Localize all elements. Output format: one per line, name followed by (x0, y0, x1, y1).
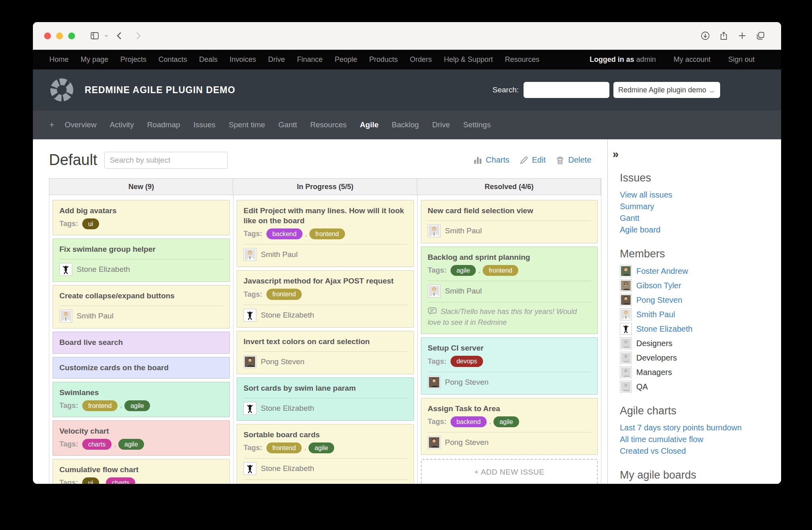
issue-card[interactable]: Backlog and sprint planningTags:agile,fr… (421, 247, 598, 334)
toolbar-chevron-down-icon[interactable] (104, 33, 109, 38)
tab-backlog[interactable]: Backlog (392, 120, 419, 129)
edit-action[interactable]: Edit (519, 155, 546, 165)
forward-button[interactable] (133, 31, 143, 41)
sidebar-link-gantt[interactable]: Gantt (620, 212, 773, 224)
add-new-issue-button[interactable]: + ADD NEW ISSUE (421, 459, 598, 484)
tab-activity[interactable]: Activity (110, 120, 134, 129)
tag-frontend[interactable]: frontend (266, 442, 302, 453)
issue-card[interactable]: Customize cards on the board (53, 357, 230, 379)
minimize-window-button[interactable] (56, 33, 63, 39)
sidebar-collapse-icon[interactable]: » (613, 148, 619, 160)
issue-card[interactable]: New card field selection viewSmith Paul (421, 200, 598, 243)
tab-roadmap[interactable]: Roadmap (147, 120, 180, 129)
menu-item-resources[interactable]: Resources (505, 55, 539, 64)
member-name-gibson-tyler[interactable]: Gibson Tyler (636, 281, 681, 290)
sidebar-link-all-time-cumulative-flow[interactable]: All time cumulative flow (620, 434, 773, 445)
global-search-input[interactable] (524, 82, 609, 98)
tab-overview-icon[interactable] (756, 31, 765, 41)
issue-card[interactable]: Assign Task to AreaTags:backend,agilePon… (421, 398, 598, 455)
menu-item-drive[interactable]: Drive (268, 55, 285, 64)
tag-frontend[interactable]: frontend (266, 289, 302, 300)
assignee-name[interactable]: Pong Steven (445, 438, 489, 447)
board-search-input[interactable] (104, 152, 228, 169)
tab-agile[interactable]: Agile (360, 120, 378, 129)
tab-gantt[interactable]: Gantt (278, 120, 297, 129)
issue-card[interactable]: Sortable board cardsTags:frontend,agileS… (237, 424, 414, 484)
tag-frontend[interactable]: frontend (483, 265, 518, 276)
share-icon[interactable] (719, 31, 729, 41)
sidebar-toggle-icon[interactable] (90, 31, 99, 41)
charts-action[interactable]: Charts (473, 155, 510, 165)
tag-agile[interactable]: agile (118, 439, 144, 450)
issue-card[interactable]: Create collapse/expand buttonsSmith Paul (53, 285, 230, 328)
tab-resources[interactable]: Resources (310, 120, 347, 129)
menu-item-contacts[interactable]: Contacts (158, 55, 187, 64)
assignee-name[interactable]: Stone Elizabeth (261, 464, 314, 473)
downloads-icon[interactable] (700, 31, 710, 41)
tag-charts[interactable]: charts (82, 439, 112, 450)
zoom-window-button[interactable] (68, 33, 75, 39)
issue-card[interactable]: Add big avatarsTags:ui (53, 200, 230, 235)
tag-agile[interactable]: agile (493, 416, 519, 427)
tag-charts[interactable]: charts (106, 477, 136, 484)
tag-ui[interactable]: ui (82, 218, 99, 229)
tag-agile[interactable]: agile (451, 265, 476, 276)
menu-item-invoices[interactable]: Invoices (229, 55, 256, 64)
close-window-button[interactable] (44, 33, 51, 39)
sidebar-link-agile-board[interactable]: Agile board (620, 224, 773, 236)
tag-devops[interactable]: devops (451, 356, 483, 367)
tag-backend[interactable]: backend (451, 416, 487, 427)
tag-backend[interactable]: backend (266, 228, 303, 239)
sidebar-link-last-7-days-story-points-burndown[interactable]: Last 7 days story points burndown (620, 422, 773, 434)
assignee-name[interactable]: Smith Paul (445, 226, 482, 235)
tag-frontend[interactable]: frontend (309, 228, 345, 239)
member-name-stone-elizabeth[interactable]: Stone Elizabeth (636, 324, 692, 334)
issue-card[interactable]: Edit Project with many lines. How will i… (237, 200, 414, 267)
menu-item-home[interactable]: Home (49, 55, 69, 64)
sidebar-link-view-all-issues[interactable]: View all issues (620, 189, 773, 201)
assignee-name[interactable]: Smith Paul (77, 312, 114, 320)
issue-card[interactable]: SwimlanesTags:frontend,agile (53, 382, 230, 417)
issue-card[interactable]: Setup CI serverTags:devopsPong Steven (421, 337, 598, 394)
tab-spent-time[interactable]: Spent time (229, 120, 265, 129)
sidebar-link-created-vs-closed[interactable]: Created vs Closed (620, 445, 773, 457)
sidebar-link-summary[interactable]: Summary (620, 201, 773, 212)
back-button[interactable] (115, 31, 124, 41)
issue-card[interactable]: Velocity chartTags:charts,agile (53, 420, 230, 456)
tag-agile[interactable]: agile (124, 400, 150, 411)
member-name-foster-andrew[interactable]: Foster Andrew (636, 267, 688, 276)
tag-agile[interactable]: agile (309, 442, 334, 453)
assignee-name[interactable]: Stone Elizabeth (261, 404, 314, 413)
delete-action[interactable]: Delete (555, 155, 591, 165)
issue-card[interactable]: Board live search (53, 332, 230, 353)
tag-ui[interactable]: ui (82, 477, 99, 484)
assignee-name[interactable]: Stone Elizabeth (77, 265, 130, 274)
assignee-name[interactable]: Pong Steven (445, 378, 489, 387)
new-tab-icon[interactable] (737, 31, 747, 41)
tab-settings[interactable]: Settings (463, 120, 491, 129)
member-name-smith-paul[interactable]: Smith Paul (636, 310, 675, 319)
tab-drive[interactable]: Drive (432, 120, 450, 129)
menu-item-products[interactable]: Products (369, 55, 398, 64)
assignee-name[interactable]: Smith Paul (261, 250, 298, 259)
add-tab-button[interactable]: + (49, 120, 54, 130)
issue-card[interactable]: Fix swimlane group helperStone Elizabeth (53, 238, 230, 282)
tab-overview[interactable]: Overview (65, 120, 96, 129)
tag-frontend[interactable]: frontend (82, 400, 118, 411)
menu-item-help-support[interactable]: Help & Support (444, 55, 493, 64)
menu-item-deals[interactable]: Deals (199, 55, 217, 64)
tab-issues[interactable]: Issues (193, 120, 215, 129)
menu-item-finance[interactable]: Finance (297, 55, 323, 64)
menu-item-my-page[interactable]: My page (81, 55, 108, 64)
menu-item-orders[interactable]: Orders (410, 55, 432, 64)
assignee-name[interactable]: Pong Steven (261, 357, 304, 366)
assignee-name[interactable]: Smith Paul (445, 287, 482, 296)
member-name-pong-steven[interactable]: Pong Steven (636, 296, 682, 305)
issue-card[interactable]: Invert text colors on card selectionPong… (237, 331, 414, 374)
project-select[interactable]: Redmine Agile plugin demo ⌄ (613, 82, 720, 98)
my-account-link[interactable]: My account (674, 55, 710, 64)
menu-item-people[interactable]: People (335, 55, 357, 64)
assignee-name[interactable]: Stone Elizabeth (261, 311, 314, 320)
issue-card[interactable]: Sort cards by swim lane paramStone Eliza… (237, 377, 414, 421)
sign-out-link[interactable]: Sign out (728, 55, 755, 64)
